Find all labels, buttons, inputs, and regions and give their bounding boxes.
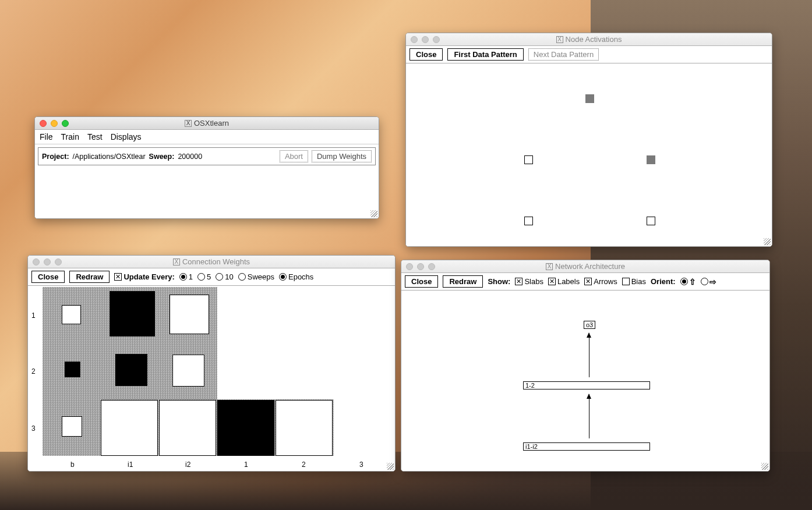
hidden-node-1 [524, 155, 533, 164]
toolbar: Close First Data Pattern Next Data Patte… [406, 46, 772, 63]
toolbar: Close Redraw Show: Slabs Labels Arrows B… [401, 273, 769, 291]
orient-up[interactable]: ⇧ [680, 277, 696, 286]
close-button[interactable]: Close [31, 271, 65, 283]
minimize-traffic-icon[interactable] [417, 263, 424, 270]
first-pattern-button[interactable]: First Data Pattern [447, 48, 523, 61]
arrow-icon [589, 394, 589, 438]
arrow-right-icon: ⇨ [709, 277, 716, 286]
sweep-label: Sweep: [149, 153, 175, 161]
menubar: File Train Test Displays [35, 130, 379, 144]
x11-icon: X [546, 263, 553, 270]
weight-cell [110, 291, 155, 337]
connection-weights-window: X Connection Weights Close Redraw Update… [27, 255, 396, 472]
col-label-2: 2 [302, 461, 306, 469]
check-slabs[interactable]: Slabs [515, 277, 543, 286]
weight-cell [217, 400, 274, 456]
resize-handle-icon[interactable] [761, 463, 768, 470]
check-labels[interactable]: Labels [548, 277, 580, 286]
radio-1[interactable]: 1 [179, 272, 193, 281]
minimize-traffic-icon[interactable] [44, 258, 51, 265]
status-bar: Project: /Applications/OSXtlear Sweep: 2… [38, 147, 376, 165]
resize-handle-icon[interactable] [370, 210, 377, 217]
dump-weights-button[interactable]: Dump Weights [312, 150, 372, 162]
close-button[interactable]: Close [409, 48, 443, 61]
next-pattern-button[interactable]: Next Data Pattern [528, 48, 599, 61]
arrow-up-icon: ⇧ [689, 277, 696, 286]
resize-handle-icon[interactable] [764, 238, 771, 245]
redraw-button[interactable]: Redraw [443, 275, 483, 288]
check-bias[interactable]: Bias [622, 277, 646, 286]
input-slab: i1-i2 [523, 442, 650, 451]
row-label-2: 2 [31, 367, 36, 376]
close-traffic-icon[interactable] [40, 120, 47, 127]
check-arrows[interactable]: Arrows [584, 277, 617, 286]
zoom-traffic-icon[interactable] [428, 263, 435, 270]
weight-cell [65, 362, 80, 377]
weight-cell [115, 354, 147, 386]
x11-icon: X [185, 120, 192, 127]
menu-train[interactable]: Train [61, 132, 79, 141]
window-title: Connection Weights [182, 257, 250, 266]
radio-10[interactable]: 10 [216, 272, 233, 281]
zoom-traffic-icon[interactable] [433, 36, 440, 43]
minimize-traffic-icon[interactable] [422, 36, 429, 43]
zoom-traffic-icon[interactable] [62, 120, 69, 127]
weights-canvas: 1 2 3 b i1 i2 1 2 3 [28, 286, 395, 471]
window-title: Network Architecture [555, 262, 625, 271]
row-label-3: 3 [31, 424, 36, 433]
close-button[interactable]: Close [405, 275, 438, 288]
abort-button[interactable]: Abort [280, 150, 308, 162]
hidden-node-2 [647, 155, 655, 164]
titlebar[interactable]: X Node Activations [406, 33, 772, 46]
show-label: Show: [488, 277, 510, 286]
traffic-lights [406, 36, 440, 43]
main-window: X OSXtlearn File Train Test Displays Pro… [34, 116, 379, 219]
zoom-traffic-icon[interactable] [55, 258, 62, 265]
x11-icon: X [556, 36, 563, 43]
col-label-1: 1 [244, 461, 248, 469]
minimize-traffic-icon[interactable] [51, 120, 58, 127]
update-every-checkbox[interactable]: Update Every: [114, 272, 174, 281]
network-architecture-window: X Network Architecture Close Redraw Show… [401, 260, 770, 472]
row-label-1: 1 [31, 311, 36, 320]
menu-displays[interactable]: Displays [111, 132, 142, 141]
menu-test[interactable]: Test [87, 132, 103, 141]
traffic-lights [35, 120, 69, 127]
orient-right[interactable]: ⇨ [701, 277, 716, 286]
titlebar[interactable]: X Connection Weights [28, 256, 395, 268]
weight-cell [62, 305, 81, 324]
col-label-b: b [70, 461, 75, 469]
node-activations-canvas [406, 63, 772, 246]
radio-epochs[interactable]: Epochs [279, 272, 313, 281]
titlebar[interactable]: X OSXtlearn [35, 117, 379, 130]
resize-handle-icon[interactable] [387, 463, 394, 470]
project-label: Project: [42, 153, 69, 161]
toolbar: Close Redraw Update Every: 1 5 10 Sweeps… [28, 268, 395, 286]
orient-label: Orient: [651, 277, 676, 286]
arrow-icon [589, 333, 589, 377]
weight-cell [276, 400, 333, 456]
titlebar[interactable]: X Network Architecture [401, 260, 769, 273]
redraw-button[interactable]: Redraw [69, 271, 110, 283]
output-slab: o3 [584, 321, 595, 329]
project-path: /Applications/OSXtlear [73, 153, 146, 161]
menu-file[interactable]: File [40, 132, 53, 141]
weight-cell [62, 416, 82, 437]
traffic-lights [28, 258, 62, 265]
input-node-1 [524, 217, 533, 225]
hidden-slab: 1-2 [523, 381, 650, 389]
close-traffic-icon[interactable] [33, 258, 40, 265]
input-node-2 [647, 217, 655, 225]
node-activations-window: X Node Activations Close First Data Patt… [405, 33, 772, 247]
radio-sweeps[interactable]: Sweeps [238, 272, 274, 281]
col-label-i1: i1 [128, 461, 133, 469]
traffic-lights [401, 263, 435, 270]
weight-cell [170, 295, 209, 334]
close-traffic-icon[interactable] [411, 36, 418, 43]
output-node [585, 94, 594, 103]
x11-icon: X [173, 258, 180, 265]
close-traffic-icon[interactable] [406, 263, 413, 270]
col-label-3: 3 [359, 461, 363, 469]
architecture-canvas: o3 1-2 i1-i2 [401, 291, 769, 471]
radio-5[interactable]: 5 [197, 272, 211, 281]
